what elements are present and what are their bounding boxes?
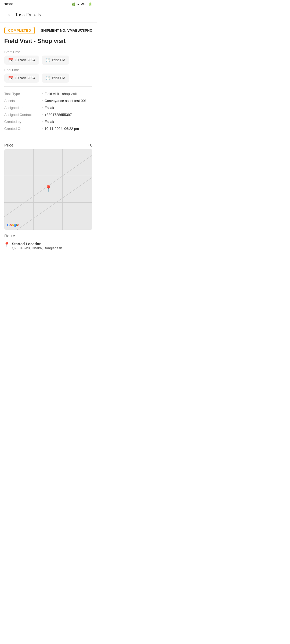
end-time-label: End Time	[4, 68, 92, 72]
detail-value: Field visit - shop visit	[45, 92, 77, 96]
start-time-chip: 🕐 6:22 PM	[42, 56, 69, 65]
route-start-item: 📍 Started Location Q9F3+8W8, Dhaka, Bang…	[4, 241, 92, 251]
wifi-icon: WiFi	[81, 2, 87, 6]
route-address: Q9F3+8W8, Dhaka, Bangladesh	[12, 246, 62, 250]
detail-value: 10-11-2024, 06:22 pm	[45, 127, 79, 131]
status-time: 10:06	[4, 2, 13, 6]
end-time-section: End Time 📅 10 Nov, 2024 🕐 6:23 PM	[4, 68, 92, 83]
detail-row: Assigned Contact : +8801728655397	[4, 111, 92, 118]
start-time-label: Start Time	[4, 50, 92, 54]
route-label: Route	[4, 233, 92, 238]
detail-value: Estiak	[45, 106, 54, 110]
end-date-chip: 📅 10 Nov, 2024	[4, 74, 39, 83]
detail-value: +8801728655397	[45, 113, 72, 117]
detail-key: Assigned Contact	[4, 113, 42, 117]
detail-value: Estiak	[45, 120, 54, 124]
end-date-value: 10 Nov, 2024	[15, 76, 35, 80]
start-date-chip: 📅 10 Nov, 2024	[4, 56, 39, 65]
status-bar: 10:06 🌿 ▲ WiFi 🔋	[0, 0, 97, 7]
end-time-chip: 🕐 6:23 PM	[42, 74, 69, 83]
battery-icon: 🔋	[88, 2, 92, 6]
calendar-icon-2: 📅	[8, 76, 13, 80]
map-grid-v2	[62, 149, 63, 230]
end-time-value: 6:23 PM	[52, 76, 65, 80]
detail-separator: :	[42, 92, 43, 96]
content-area: COMPLETED SHIPMENT NO: VMABW78PHO Field …	[0, 23, 97, 255]
shipment-value: VMABW78PHO	[67, 28, 92, 32]
route-started-label: Started Location	[12, 242, 62, 246]
back-button[interactable]: ‹	[4, 10, 14, 20]
map-grid-h2	[4, 202, 92, 203]
shipment-label: SHIPMENT NO:	[41, 28, 67, 32]
map-grid-v1	[33, 149, 34, 230]
calendar-icon: 📅	[8, 58, 13, 63]
price-value: ৳0	[89, 143, 92, 148]
price-label: Price	[4, 143, 13, 147]
start-time-row: 📅 10 Nov, 2024 🕐 6:22 PM	[4, 56, 92, 65]
divider-2	[4, 136, 92, 136]
end-time-row: 📅 10 Nov, 2024 🕐 6:23 PM	[4, 74, 92, 83]
map-grid-h1	[4, 176, 92, 176]
clock-icon: 🕐	[45, 58, 50, 63]
map-background: 📍 Google	[4, 149, 92, 230]
details-table: Task Type : Field visit - shop visit Ass…	[4, 90, 92, 132]
detail-row: Assets : Conveyance asset test 001	[4, 97, 92, 104]
detail-separator: :	[42, 120, 43, 124]
map-pin-icon: 📍	[44, 185, 52, 192]
signal-icon: ▲	[77, 2, 80, 6]
detail-key: Assets	[4, 99, 42, 103]
detail-separator: :	[42, 113, 43, 117]
start-time-value: 6:22 PM	[52, 58, 65, 62]
detail-key: Created On	[4, 127, 42, 131]
back-arrow-icon: ‹	[8, 11, 10, 18]
divider-1	[4, 86, 92, 87]
detail-row: Created by : Estiak	[4, 118, 92, 125]
leaf-icon: 🌿	[71, 2, 75, 6]
task-title: Field Visit - Shop visit	[4, 37, 92, 45]
detail-key: Created by	[4, 120, 42, 124]
detail-key: Assigned to	[4, 106, 42, 110]
shipment-number: SHIPMENT NO: VMABW78PHO	[41, 28, 92, 32]
detail-separator: :	[42, 99, 43, 103]
route-location-block: Started Location Q9F3+8W8, Dhaka, Bangla…	[12, 242, 62, 250]
start-time-section: Start Time 📅 10 Nov, 2024 🕐 6:22 PM	[4, 50, 92, 65]
detail-separator: :	[42, 106, 43, 110]
detail-value: Conveyance asset test 001	[45, 99, 87, 103]
detail-key: Task Type	[4, 92, 42, 96]
detail-separator: :	[42, 127, 43, 131]
google-logo: Google	[7, 223, 19, 227]
app-bar: ‹ Task Details	[0, 7, 97, 23]
status-badge: COMPLETED	[4, 27, 35, 34]
status-icons: 🌿 ▲ WiFi 🔋	[71, 2, 92, 6]
detail-row: Task Type : Field visit - shop visit	[4, 90, 92, 97]
status-shipment-row: COMPLETED SHIPMENT NO: VMABW78PHO	[4, 27, 92, 34]
detail-row: Created On : 10-11-2024, 06:22 pm	[4, 125, 92, 132]
page-title: Task Details	[15, 12, 41, 18]
detail-row: Assigned to : Estiak	[4, 104, 92, 111]
route-pin-icon: 📍	[4, 242, 9, 247]
price-row: Price ৳0	[4, 140, 92, 149]
start-date-value: 10 Nov, 2024	[15, 58, 35, 62]
map-container: 📍 Google	[4, 149, 92, 230]
clock-icon-2: 🕐	[45, 76, 50, 80]
